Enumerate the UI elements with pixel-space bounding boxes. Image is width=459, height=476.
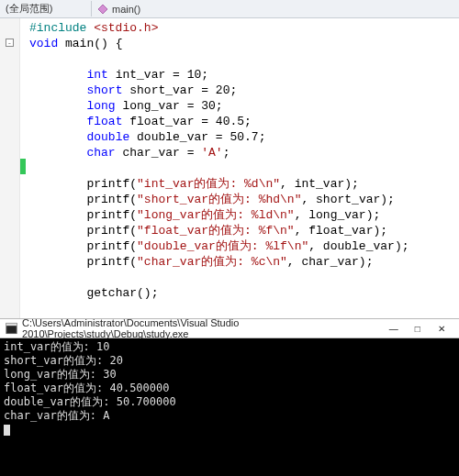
console-line: long_var的值为: 30 <box>4 368 455 382</box>
code-token: char_var = <box>116 146 202 160</box>
maximize-button[interactable]: □ <box>406 319 430 338</box>
code-token: float_var = 40.5; <box>122 115 251 128</box>
code-line[interactable]: long long_var = 30; <box>29 98 459 114</box>
code-line[interactable]: } <box>29 316 459 318</box>
code-token: <stdio.h> <box>94 21 158 35</box>
code-token: float <box>86 115 122 128</box>
code-token: "float_var的值为: %f\n" <box>137 224 295 238</box>
code-token: double_var = 50.7; <box>129 130 265 144</box>
console-line: int_var的值为: 10 <box>4 340 455 354</box>
code-line[interactable] <box>29 301 459 316</box>
code-token: , float_var); <box>295 224 387 238</box>
code-token: short <box>86 83 122 97</box>
code-line[interactable]: printf("char_var的值为: %c\n", char_var); <box>29 254 459 270</box>
code-token: char <box>86 146 115 160</box>
code-token: printf( <box>86 255 137 269</box>
function-label: main() <box>112 4 140 15</box>
code-token: "int_var的值为: %d\n" <box>137 177 280 191</box>
code-token: , char_var); <box>287 255 374 269</box>
code-token: void <box>29 37 58 50</box>
code-token: 'A' <box>201 146 222 160</box>
code-token: printf( <box>86 193 137 206</box>
code-line[interactable]: getchar(); <box>29 285 459 301</box>
code-token: "char_var的值为: %c\n" <box>137 255 287 269</box>
code-line[interactable]: #include <stdio.h> <box>29 20 459 36</box>
code-token: long <box>86 99 115 113</box>
code-line[interactable] <box>29 51 459 67</box>
code-token: printf( <box>86 239 137 253</box>
console-output[interactable]: int_var的值为: 10short_var的值为: 20long_var的值… <box>0 338 459 476</box>
code-token: double <box>86 130 129 144</box>
console-line: double_var的值为: 50.700000 <box>4 395 455 409</box>
code-line[interactable]: double double_var = 50.7; <box>29 129 459 145</box>
code-token: #include <box>29 21 94 35</box>
change-gutter <box>20 18 26 318</box>
code-line[interactable]: printf("int_var的值为: %d\n", int_var); <box>29 176 459 192</box>
code-token: } <box>29 317 37 318</box>
code-token: , long_var); <box>295 208 381 222</box>
scope-label: (全局范围) <box>6 3 52 14</box>
code-token: "short_var的值为: %hd\n" <box>137 193 301 206</box>
code-token: "double_var的值为: %lf\n" <box>137 239 308 253</box>
minimize-button[interactable]: — <box>382 319 406 338</box>
code-line[interactable]: printf("double_var的值为: %lf\n", double_va… <box>29 238 459 254</box>
console-app-icon <box>6 322 17 335</box>
code-editor[interactable]: #include <stdio.h>void main() { int int_… <box>0 18 459 318</box>
navigation-bar: (全局范围) main() <box>0 0 459 18</box>
code-token: printf( <box>86 224 137 238</box>
function-dropdown[interactable]: main() <box>92 3 459 16</box>
code-line[interactable]: short short_var = 20; <box>29 83 459 98</box>
code-token: , short_var); <box>301 193 394 206</box>
code-line[interactable] <box>29 161 459 176</box>
outline-gutter <box>0 18 20 318</box>
code-token: int <box>86 68 107 82</box>
console-line: float_var的值为: 40.500000 <box>4 382 455 395</box>
code-token: short_var = 20; <box>122 83 237 97</box>
code-area[interactable]: #include <stdio.h>void main() { int int_… <box>29 18 459 318</box>
method-icon <box>97 4 108 15</box>
code-token: ; <box>223 146 230 160</box>
code-token: int_var = 10; <box>108 68 208 82</box>
code-line[interactable]: printf("long_var的值为: %ld\n", long_var); <box>29 207 459 223</box>
code-line[interactable]: printf("float_var的值为: %f\n", float_var); <box>29 223 459 238</box>
svg-marker-0 <box>98 5 107 14</box>
svg-rect-2 <box>6 323 17 326</box>
code-token: getchar(); <box>86 286 158 300</box>
code-token: main() { <box>58 37 122 50</box>
code-token: long_var = 30; <box>116 99 223 113</box>
code-token: printf( <box>86 177 137 191</box>
code-line[interactable]: void main() { <box>29 36 459 51</box>
code-line[interactable]: printf("short_var的值为: %hd\n", short_var)… <box>29 192 459 207</box>
code-line[interactable] <box>29 270 459 285</box>
close-button[interactable]: ✕ <box>430 319 453 338</box>
change-marker <box>20 159 26 174</box>
code-line[interactable]: float float_var = 40.5; <box>29 114 459 129</box>
scope-dropdown[interactable]: (全局范围) <box>0 1 92 17</box>
code-token: "long_var的值为: %ld\n" <box>137 208 295 222</box>
code-line[interactable]: char char_var = 'A'; <box>29 145 459 161</box>
code-token: , int_var); <box>280 177 359 191</box>
console-cursor <box>4 425 10 436</box>
code-line[interactable]: int int_var = 10; <box>29 67 459 83</box>
console-line: char_var的值为: A <box>4 409 455 423</box>
code-token: , double_var); <box>308 239 409 253</box>
console-title-text: C:\Users\Administrator\Documents\Visual … <box>22 317 382 339</box>
console-line: short_var的值为: 20 <box>4 354 455 368</box>
fold-toggle[interactable]: - <box>6 39 14 47</box>
code-token: printf( <box>86 208 137 222</box>
console-title-bar: C:\Users\Administrator\Documents\Visual … <box>0 318 459 338</box>
